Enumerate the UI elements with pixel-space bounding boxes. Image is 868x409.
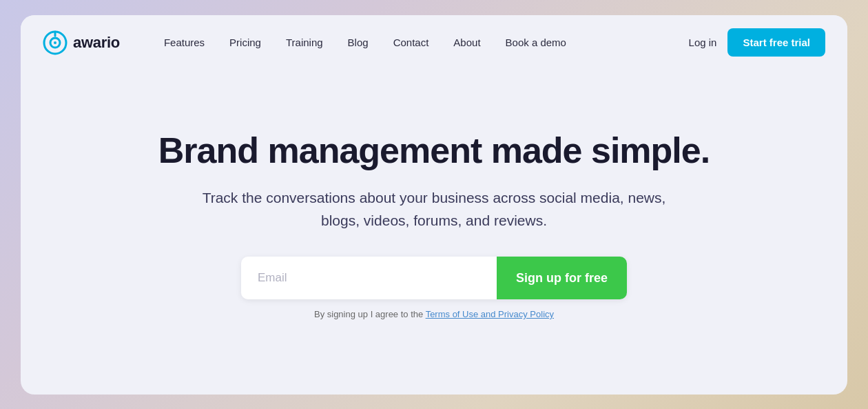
start-trial-button[interactable]: Start free trial (727, 28, 825, 57)
terms-prefix: By signing up I agree to the (314, 309, 426, 319)
terms-link[interactable]: Terms of Use and Privacy Policy (426, 309, 554, 319)
nav-link-contact[interactable]: Contact (382, 31, 440, 54)
navbar: awario Features Pricing Training Blog Co… (21, 15, 847, 70)
nav-link-book-demo[interactable]: Book a demo (495, 31, 577, 54)
main-card: awario Features Pricing Training Blog Co… (21, 15, 847, 395)
email-input[interactable] (241, 257, 497, 299)
terms-text: By signing up I agree to the Terms of Us… (314, 309, 554, 319)
hero-subtitle: Track the conversations about your busin… (200, 187, 668, 232)
signup-form: Sign up for free (241, 257, 627, 299)
nav-links: Features Pricing Training Blog Contact A… (153, 31, 689, 54)
hero-section: Brand management made simple. Track the … (21, 70, 847, 395)
logo-text: awario (73, 34, 120, 52)
awario-logo-icon (43, 30, 68, 55)
signup-button[interactable]: Sign up for free (497, 257, 627, 299)
nav-link-blog[interactable]: Blog (337, 31, 380, 54)
login-link[interactable]: Log in (689, 37, 717, 48)
nav-link-pricing[interactable]: Pricing (218, 31, 272, 54)
svg-point-2 (54, 41, 56, 44)
nav-actions: Log in Start free trial (689, 28, 825, 57)
nav-link-training[interactable]: Training (275, 31, 334, 54)
hero-title: Brand management made simple. (158, 131, 710, 170)
nav-link-about[interactable]: About (442, 31, 491, 54)
nav-link-features[interactable]: Features (153, 31, 216, 54)
logo-link[interactable]: awario (43, 30, 120, 55)
